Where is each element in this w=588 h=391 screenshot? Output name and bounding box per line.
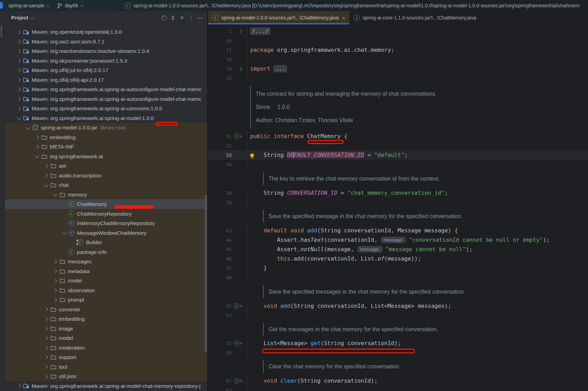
intention-bulb-icon[interactable] — [250, 153, 254, 157]
tree-row-maven-org-springframework-ai-spring-ai-a[interactable]: Maven: org.springframework.ai:spring-ai-… — [5, 94, 207, 104]
tree-row-prompt[interactable]: prompt — [5, 295, 207, 305]
chevron-expanded-icon[interactable] — [50, 193, 59, 196]
chevron-down-icon[interactable] — [31, 15, 34, 19]
chevron-collapsed-icon[interactable] — [14, 97, 23, 101]
code-token: void — [250, 377, 280, 384]
chevron-collapsed-icon[interactable] — [50, 260, 59, 263]
chevron-collapsed-icon[interactable] — [14, 69, 23, 72]
chevron-collapsed-icon[interactable] — [14, 78, 23, 81]
tree-row-chatmemory[interactable]: IChatMemory — [5, 199, 207, 209]
tree-row-chatmemoryrepository[interactable]: IChatMemoryRepository — [5, 209, 207, 219]
locate-icon[interactable] — [159, 13, 168, 22]
tree-row-messagewindowchatmemory[interactable]: CMessageWindowChatMemory — [5, 228, 207, 238]
fold-arrow-icon[interactable] — [238, 67, 242, 71]
code-editor[interactable]: 1/.../1617package org.springframework.ai… — [208, 24, 588, 391]
chevron-collapsed-icon[interactable] — [41, 165, 50, 168]
chevron-expanded-icon[interactable] — [23, 126, 32, 129]
tree-row-package-info[interactable]: Ipackage-info — [5, 247, 207, 257]
chevron-collapsed-icon[interactable] — [14, 384, 23, 388]
chevron-collapsed-icon[interactable] — [32, 145, 41, 149]
chevron-collapsed-icon[interactable] — [41, 375, 50, 378]
implemented-icon[interactable]: I↓ — [234, 378, 243, 384]
tree-row-maven-org-slf4j-jul-to-slf4j-2-0-17[interactable]: Maven: org.slf4j:jul-to-slf4j:2.0.17 — [5, 65, 207, 75]
tree-row-meta-inf[interactable]: META-INF — [5, 142, 207, 152]
chevron-collapsed-icon[interactable] — [50, 289, 59, 292]
chevron-collapsed-icon[interactable] — [14, 50, 23, 53]
tree-row-image[interactable]: image — [5, 324, 207, 334]
code-token: (String conversationId); — [320, 340, 401, 346]
chevron-collapsed-icon[interactable] — [41, 318, 50, 321]
doc-comment-text: The contract for storing and managing th… — [250, 87, 436, 101]
fold-arrow-icon[interactable] — [238, 29, 242, 33]
chevron-collapsed-icon[interactable] — [41, 346, 50, 349]
chevron-collapsed-icon[interactable] — [41, 327, 50, 330]
chevron-collapsed-icon[interactable] — [41, 174, 50, 177]
tree-row-maven-org-skyscreamer-jsonassert-1-5-3[interactable]: Maven: org.skyscreamer:jsonassert:1.5.3 — [5, 56, 207, 66]
tree-row-moderation[interactable]: moderation — [5, 343, 207, 353]
hide-icon[interactable]: — — [196, 13, 205, 22]
tree-row-builder[interactable]: CBuilder — [5, 238, 207, 247]
tree-row-maven-org-springframework-ai-spring-ai-m[interactable]: Maven: org.springframework.ai:spring-ai-… — [5, 113, 207, 123]
tree-row-embedding[interactable]: embedding — [5, 314, 207, 324]
expand-all-icon[interactable]: ⇕ — [168, 13, 177, 22]
chevron-expanded-icon[interactable] — [41, 184, 50, 187]
chevron-collapsed-icon[interactable] — [14, 107, 23, 110]
doc-comment-text: Get the messages in the chat memory for … — [263, 326, 438, 333]
chevron-collapsed-icon[interactable] — [50, 270, 59, 273]
chevron-collapsed-icon[interactable] — [41, 337, 50, 340]
close-icon[interactable]: × — [342, 15, 345, 21]
tree-row-inmemorychatmemoryrepository[interactable]: CInMemoryChatMemoryRepository — [5, 218, 207, 228]
tree-row-converter[interactable]: converter — [5, 305, 207, 314]
tab-spring-ai-model-chatmemory[interactable]: I spring-ai-model-1.0.0-sources.jar!\...… — [208, 11, 349, 24]
chevron-expanded-icon[interactable] — [59, 231, 68, 234]
tree-row-observation[interactable]: observation — [5, 286, 207, 295]
tree-row-embedding[interactable]: embedding — [5, 133, 207, 142]
tree-row-model[interactable]: model — [5, 333, 207, 343]
implemented-icon[interactable]: I↓ — [234, 341, 243, 346]
tab-spring-ai-core-chatmemory[interactable]: I spring-ai-core-1.1.0-sources.jar!\...\… — [349, 11, 480, 24]
implemented-icon[interactable]: I↓ — [234, 134, 243, 139]
tree-row-maven-org-springframework-ai-spring-ai-c[interactable]: Maven: org.springframework.ai:spring-ai-… — [5, 104, 207, 113]
chevron-expanded-icon[interactable] — [14, 117, 23, 120]
chevron-collapsed-icon[interactable] — [50, 298, 59, 302]
tree-row-maven-org-reactivestreams-reactive-strea[interactable]: Maven: org.reactivestreams:reactive-stre… — [5, 46, 207, 56]
tree-row-tool[interactable]: tool — [5, 362, 207, 372]
implemented-icon[interactable]: I↓ — [234, 303, 243, 309]
tree-row-maven-org-springframework-ai-spring-ai-a[interactable]: Maven: org.springframework.ai:spring-ai-… — [5, 85, 207, 94]
tree-row-maven-org-springframework-ai-spring-ai-m[interactable]: Maven: org.springframework.ai:spring-ai-… — [5, 381, 207, 391]
code-token: void — [250, 303, 280, 309]
project-selector[interactable]: spring-ai-sample — [8, 3, 49, 8]
tree-row-util-json[interactable]: util.json — [5, 372, 207, 381]
tree-row-spring-ai-model-1-0-0-jar[interactable]: spring-ai-model-1.0.0.jarlibrary root — [5, 123, 207, 133]
more-icon[interactable]: ⋮ — [186, 13, 196, 22]
chevron-collapsed-icon[interactable] — [41, 365, 50, 368]
tree-row-metadata[interactable]: metadata — [5, 266, 207, 276]
chevron-collapsed-icon[interactable] — [41, 356, 50, 359]
tree-row-maven-org-ow2-asm-asm-9-7-1[interactable]: Maven: org.ow2.asm:asm:9.7.1 — [5, 37, 207, 47]
chevron-collapsed-icon[interactable] — [14, 59, 23, 62]
chevron-expanded-icon[interactable] — [32, 155, 41, 158]
tree-row-memory[interactable]: memory — [5, 190, 207, 200]
app-logo[interactable] — [0, 2, 3, 9]
chevron-collapsed-icon[interactable] — [32, 136, 41, 139]
tree-row-maven-org-opentest4j-opentest4j-1-3-0[interactable]: Maven: org.opentest4j:opentest4j:1.3.0 — [5, 27, 207, 37]
chevron-collapsed-icon[interactable] — [14, 88, 23, 91]
tree-row-messages[interactable]: messages — [5, 257, 207, 266]
tree-row-aot[interactable]: aot — [5, 161, 207, 171]
tree-row-maven-org-slf4j-slf4j-api-2-0-17[interactable]: Maven: org.slf4j:slf4j-api:2.0.17 — [5, 75, 207, 85]
chevron-collapsed-icon[interactable] — [14, 31, 23, 34]
tree-label: Maven: org.skyscreamer:jsonassert:1.5.3 — [32, 58, 127, 64]
tree-row-chat[interactable]: chat — [5, 180, 207, 190]
tree-scrollbar[interactable] — [205, 195, 207, 352]
chevron-collapsed-icon[interactable] — [14, 40, 23, 43]
library-icon — [23, 115, 29, 121]
folder-icon — [41, 144, 47, 150]
branch-selector[interactable]: day05 — [57, 3, 83, 9]
collapse-all-icon[interactable]: × — [177, 13, 186, 22]
chevron-collapsed-icon[interactable] — [41, 308, 50, 311]
tree-row-org-springframework-ai[interactable]: org.springframework.ai — [5, 152, 207, 161]
tree-row-support[interactable]: support — [5, 352, 207, 362]
tree-row-audio-transcription[interactable]: audio.transcription — [5, 171, 207, 181]
chevron-collapsed-icon[interactable] — [50, 279, 59, 282]
tree-row-model[interactable]: model — [5, 276, 207, 286]
